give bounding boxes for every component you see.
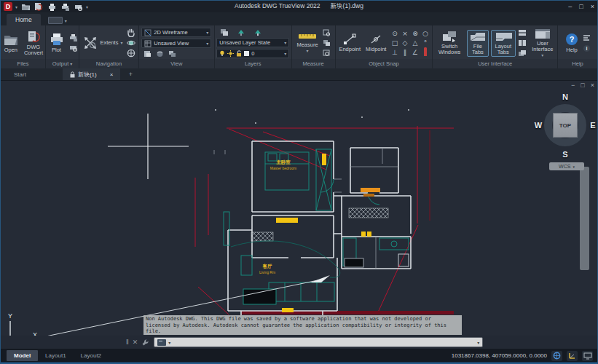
quadrant-snap-icon[interactable]: ◇ [400, 39, 409, 47]
tab-start[interactable]: Start [7, 68, 34, 80]
plot-button[interactable]: Plot [47, 32, 67, 54]
layer-dropdown[interactable]: 0▾ [216, 49, 289, 58]
parallel-snap-icon[interactable]: ∥ [400, 48, 409, 57]
named-view-dropdown[interactable]: Unsaved View▾ [141, 39, 211, 48]
open-button[interactable]: Open [1, 33, 20, 54]
tab-home[interactable]: Home [7, 14, 41, 25]
wcs-menu[interactable]: WCS▾ [549, 162, 584, 170]
quick-select-icon[interactable] [322, 28, 331, 37]
chevron-down-icon: ▾ [120, 40, 122, 46]
qat-customize-caret-icon[interactable]: ▾ [86, 4, 88, 9]
customize-wrench-icon[interactable] [141, 339, 149, 347]
steering-wheel-icon[interactable] [126, 49, 135, 58]
minimize-button[interactable]: – [568, 3, 572, 10]
viewcube-east[interactable]: E [590, 121, 595, 130]
zoom-extents-button[interactable]: Extents ▾ [82, 35, 124, 51]
new-view-icon[interactable] [143, 50, 152, 58]
geolocation-icon[interactable] [551, 351, 562, 361]
file-tabs-button[interactable]: File Tabs [467, 30, 489, 57]
command-palette-grip[interactable]: ‖ [126, 339, 129, 346]
viewcube-south[interactable]: S [562, 150, 567, 159]
help-button[interactable]: ? Help [564, 32, 580, 54]
command-expand-caret-icon[interactable]: ▾ [477, 340, 479, 345]
snap-magnet-icon[interactable] [420, 48, 430, 57]
print-icon[interactable] [47, 2, 57, 11]
panel-label-measure: Measure [292, 59, 335, 68]
viewport-icon[interactable] [168, 50, 177, 58]
insertion-snap-icon[interactable]: ∠ [410, 48, 420, 57]
new-tab-button[interactable]: + [125, 68, 136, 80]
perpendicular-snap-icon[interactable]: ⊥ [390, 48, 399, 57]
apparent-intersection-snap-icon[interactable]: ⊗ [410, 29, 420, 38]
viewcube-north[interactable]: N [562, 92, 568, 101]
sphere-view-icon[interactable] [155, 50, 165, 58]
plot-preview-button[interactable] [69, 44, 79, 52]
dwg-convert-icon[interactable] [34, 2, 44, 11]
command-close-icon[interactable]: ✕ [133, 339, 138, 346]
panel-label-output[interactable]: Output▾ [46, 59, 79, 68]
app-logo-icon[interactable]: D [4, 2, 12, 11]
recent-view-button[interactable]: ▾ [48, 17, 67, 24]
layer-unisolate-icon[interactable] [253, 28, 262, 36]
doc-minimize-icon[interactable]: − [571, 82, 575, 89]
viewcube: N W E S TOP WCS▾ [535, 91, 598, 173]
layer-properties-icon[interactable] [219, 28, 229, 36]
ucs-status-icon[interactable] [567, 351, 578, 361]
copy-objects-icon[interactable] [322, 39, 331, 47]
tab-document[interactable]: 新块(1) × [63, 68, 120, 80]
annotation-monitor-icon[interactable] [582, 351, 593, 361]
orbit-icon[interactable] [126, 39, 135, 47]
viewcube-west[interactable]: W [535, 121, 542, 130]
app-menu-caret-icon[interactable]: ▾ [15, 4, 17, 9]
command-input[interactable]: ▾ ▾ [154, 337, 483, 347]
measure-button[interactable]: Measure ▾ [295, 31, 319, 55]
close-button[interactable]: × [591, 3, 594, 10]
visual-style-dropdown[interactable]: 2D Wireframe▾ [141, 28, 211, 37]
doc-restore-icon[interactable]: □ [581, 82, 584, 89]
vertical-scrollbar-thumb[interactable] [580, 167, 589, 270]
tab-model[interactable]: Model [7, 350, 38, 361]
nearest-snap-icon[interactable]: ○ [420, 29, 430, 38]
inspect-icon[interactable] [322, 49, 331, 58]
cascade-icon[interactable] [518, 49, 527, 58]
switch-windows-button[interactable]: Switch Windows [434, 30, 465, 56]
open-icon[interactable] [20, 2, 31, 11]
layer-color-chip [244, 51, 249, 56]
tab-layout2[interactable]: Layout2 [74, 350, 109, 361]
tab-layout1[interactable]: Layout1 [38, 350, 73, 361]
user-interface-button[interactable]: User Interface ▾ [530, 28, 556, 59]
dwg-convert-button[interactable]: DWG Convert [23, 30, 44, 57]
panel-layers: Unsaved Layer State▾ 0▾ Layers [215, 25, 292, 68]
sun-icon [227, 50, 234, 57]
panel-output: Plot Output▾ [46, 25, 79, 68]
coordinates-readout[interactable]: 1031867.0398, 407059.0000, 0.0000 [452, 352, 547, 359]
preview-icon[interactable] [73, 2, 83, 11]
center-snap-icon[interactable]: ⊙ [390, 29, 399, 38]
layer-isolate-icon[interactable] [236, 28, 245, 36]
info-icon[interactable]: i [582, 44, 591, 52]
layout-tabs-button[interactable]: Layout Tabs [491, 30, 516, 57]
close-tab-icon[interactable]: × [110, 71, 114, 78]
whats-new-icon[interactable] [582, 33, 591, 42]
doc-close-icon[interactable]: × [591, 82, 594, 89]
panel-navigation: Extents ▾ Navigation [79, 25, 139, 68]
tile-vertically-icon[interactable] [518, 39, 527, 47]
endpoint-snap-button[interactable]: Endpoint [337, 33, 362, 53]
node-snap-icon[interactable]: □ [390, 39, 399, 47]
quick-access-toolbar: D ▾ ▾ [1, 2, 88, 11]
maximize-button[interactable]: □ [579, 3, 583, 10]
tangent-snap-icon[interactable]: △ [410, 39, 420, 47]
object-snap-grid: ⊙ × ⊗ ○ □ ◇ △ ° ⊥ ∥ ∠ [390, 29, 430, 57]
pan-icon[interactable] [126, 28, 135, 37]
tile-horizontally-icon[interactable] [518, 28, 527, 37]
chevron-down-icon: ▾ [541, 52, 543, 58]
midpoint-snap-button[interactable]: Midpoint [364, 33, 387, 53]
batch-plot-button[interactable] [69, 33, 79, 42]
intersection-snap-icon[interactable]: × [400, 29, 409, 38]
extension-snap-icon[interactable]: ° [420, 39, 430, 47]
layer-state-dropdown[interactable]: Unsaved Layer State▾ [216, 38, 289, 47]
recent-commands-caret-icon[interactable]: ▾ [168, 340, 170, 345]
viewcube-top-face[interactable]: TOP [553, 113, 578, 138]
drawing-canvas[interactable]: − □ × [1, 81, 598, 336]
batch-plot-icon[interactable] [60, 2, 70, 11]
